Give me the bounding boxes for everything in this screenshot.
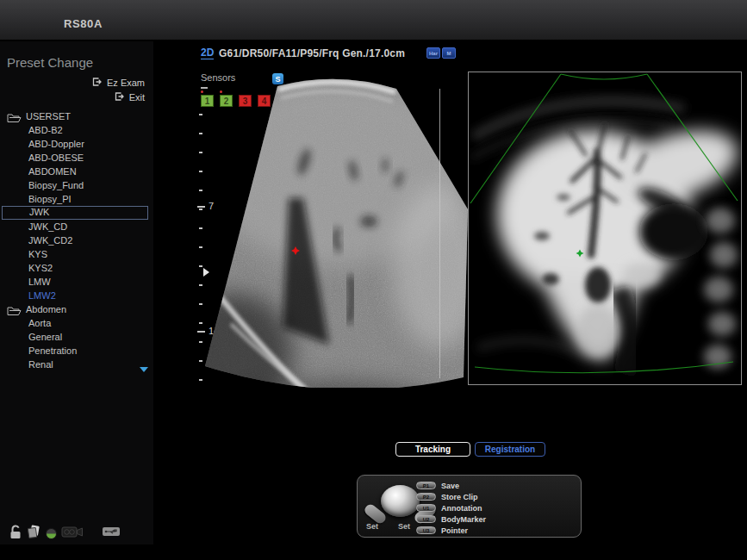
exit-label: Exit — [129, 92, 145, 103]
key-row-bodymarker: U2 BodyMarker — [416, 513, 486, 525]
sidebar-item-penetration[interactable]: Penetration — [0, 344, 153, 358]
u2-key-icon: U2 — [416, 515, 436, 523]
sidebar-item-abdomen[interactable]: Abdomen — [0, 302, 153, 316]
p2-key-icon: P2 — [416, 493, 436, 501]
p1-key-icon: P1 — [416, 482, 436, 489]
status-led — [46, 528, 57, 539]
trackball — [381, 485, 420, 517]
sidebar-item-biopsy-fund[interactable]: Biopsy_Fund — [0, 178, 153, 192]
image-boundary-line — [439, 89, 440, 378]
sidebar-item-renal[interactable]: Renal — [0, 358, 153, 371]
exit-arrow-icon — [115, 92, 125, 103]
camcorder-icon[interactable] — [61, 526, 84, 542]
sidebar-item-jwk[interactable]: JWK — [2, 206, 148, 220]
scroll-down-arrow-icon[interactable] — [140, 367, 148, 372]
u3-key-icon: U3 — [416, 526, 436, 534]
set-right-label: Set — [398, 522, 410, 531]
sidebar-item-abd-doppler[interactable]: ABD-Doppler — [0, 137, 153, 151]
u1-key-icon: U1 — [416, 504, 436, 512]
key-row-annotation: U1 Annotation — [416, 502, 486, 513]
ez-exam-label: Ez Exam — [107, 78, 145, 88]
rs80a-screen: RS80A Preset Change Ez Exam Exit USERSET… — [0, 0, 747, 560]
title-bar: RS80A — [0, 0, 747, 41]
sidebar-item-biopsy-pi[interactable]: Biopsy_PI — [0, 192, 153, 206]
ez-exam-button[interactable]: Ez Exam — [92, 78, 145, 88]
preset-tree: USERSET ABD-B2 ABD-Doppler ABD-OBESE ABD… — [0, 109, 153, 371]
mode-indicator[interactable]: 2D — [201, 47, 214, 59]
system-title: RS80A — [64, 17, 103, 30]
sidebar-item-abd-obese[interactable]: ABD-OBESE — [0, 151, 153, 165]
ultrasound-tissue — [198, 69, 470, 388]
sidebar-item-lmw[interactable]: LMW — [0, 275, 153, 289]
sidebar-item-kys2[interactable]: KYS2 — [0, 261, 153, 275]
unlock-icon[interactable] — [9, 525, 22, 543]
sidebar-item-abd-b2[interactable]: ABD-B2 — [0, 123, 153, 137]
key-row-save: P1 Save — [416, 480, 486, 491]
registration-tab[interactable]: Registration — [475, 442, 545, 457]
sidebar-title: Preset Change — [7, 55, 93, 70]
mri-portal-structure — [585, 267, 611, 303]
exit-button[interactable]: Exit — [115, 92, 145, 103]
set-left-label: Set — [366, 522, 378, 531]
usb-icon[interactable] — [102, 526, 121, 541]
imaging-parameters: G61/DR50/FA11/P95/Frq Gen./17.0cm — [219, 47, 405, 59]
sidebar-item-abdomen-caps[interactable]: ABDOMEN — [0, 165, 153, 178]
key-row-store-clip: P2 Store Clip — [416, 491, 486, 502]
mri-dark-region — [639, 203, 708, 260]
mri-image — [469, 72, 741, 384]
mri-shadow — [619, 288, 629, 374]
m-badge-icon: M — [442, 47, 456, 59]
sidebar-item-lmw2[interactable]: LMW2 — [0, 289, 153, 302]
sidebar-item-userset[interactable]: USERSET — [0, 109, 153, 123]
sidebar-item-general[interactable]: General — [0, 330, 153, 344]
fusion-mri-panel[interactable] — [468, 72, 742, 385]
sidebar-item-aorta[interactable]: Aorta — [0, 316, 153, 330]
sidebar-item-jwk-cd[interactable]: JWK_CD — [0, 220, 153, 233]
files-icon[interactable] — [27, 525, 41, 543]
preset-sidebar: Preset Change Ez Exam Exit USERSET ABD-B… — [0, 41, 153, 544]
exit-arrow-icon — [92, 78, 103, 88]
status-icon-bar — [9, 524, 125, 543]
sidebar-item-kys[interactable]: KYS — [0, 247, 153, 261]
key-assignment-list: P1 Save P2 Store Clip U1 Annotation U2 B… — [416, 480, 486, 536]
har-badge-icon: Har — [426, 47, 440, 59]
sidebar-item-jwk-cd2[interactable]: JWK_CD2 — [0, 233, 153, 247]
soft-control-panel: Set Set P1 Save P2 Store Clip U1 Annotat… — [357, 475, 582, 538]
ultrasound-image[interactable] — [198, 69, 470, 388]
key-row-pointer: U3 Pointer — [416, 525, 486, 536]
tracking-tab[interactable]: Tracking — [395, 442, 470, 457]
